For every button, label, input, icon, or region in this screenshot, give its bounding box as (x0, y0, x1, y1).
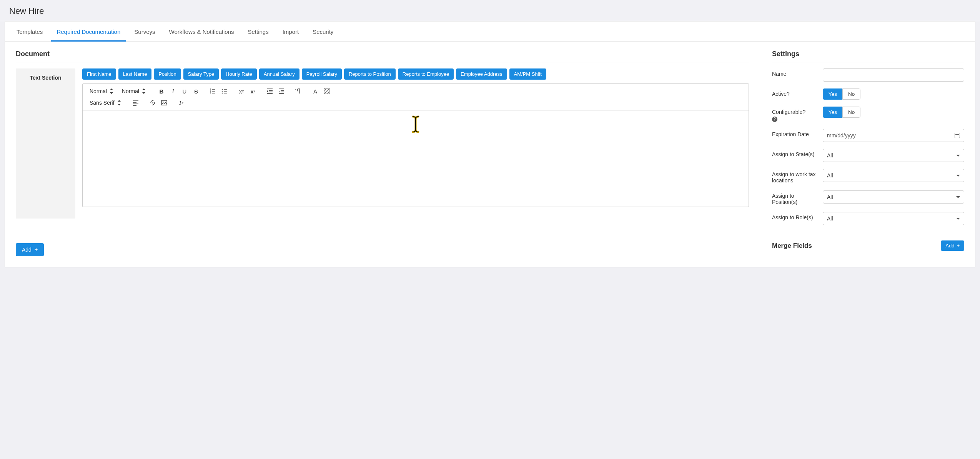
tab-import[interactable]: Import (277, 22, 304, 41)
add-section-button[interactable]: Add+ (16, 243, 44, 256)
text-color-icon[interactable]: A (310, 86, 320, 96)
tab-templates[interactable]: Templates (11, 22, 48, 41)
font-select[interactable]: Sans Serif (87, 98, 124, 107)
merge-fields-heading: Merge Fields (772, 242, 812, 250)
heading-select[interactable]: Normal (87, 87, 117, 96)
outdent-icon[interactable] (265, 86, 275, 96)
active-no-button[interactable]: No (842, 88, 860, 100)
text-cursor-icon (410, 115, 421, 134)
help-icon[interactable]: ? (772, 117, 777, 122)
active-yes-button[interactable]: Yes (823, 88, 842, 100)
active-label: Active? (772, 88, 818, 97)
bold-icon[interactable]: B (156, 86, 166, 96)
svg-point-3 (222, 89, 223, 90)
tab-settings[interactable]: Settings (242, 22, 274, 41)
image-icon[interactable] (159, 98, 169, 108)
chevron-down-icon (956, 175, 960, 177)
expiration-date-input[interactable]: mm/dd/yyyy (823, 129, 964, 142)
settings-heading: Settings (772, 46, 964, 62)
merge-token-salary-type[interactable]: Salary Type (183, 68, 219, 80)
add-merge-field-button[interactable]: Add+ (941, 240, 964, 251)
background-color-icon[interactable] (322, 86, 332, 96)
plus-icon: + (957, 243, 960, 249)
merge-token-hourly-rate[interactable]: Hourly Rate (221, 68, 257, 80)
text-section-card[interactable]: Text Section (16, 68, 75, 219)
italic-icon[interactable]: I (168, 86, 178, 96)
calendar-icon (955, 133, 960, 138)
align-icon[interactable] (131, 98, 141, 108)
indent-icon[interactable] (276, 86, 286, 96)
name-label: Name (772, 68, 818, 77)
strikethrough-icon[interactable]: S (191, 86, 201, 96)
document-heading: Document (16, 46, 749, 62)
svg-point-8 (162, 102, 163, 103)
tab-nav: Templates Required Documentation Surveys… (5, 22, 975, 42)
svg-point-5 (222, 93, 223, 94)
link-icon[interactable] (148, 98, 158, 108)
merge-token-first-name[interactable]: First Name (82, 68, 116, 80)
chevron-down-icon (956, 196, 960, 198)
merge-token-last-name[interactable]: Last Name (118, 68, 152, 80)
richtext-editor: Normal Normal B I U S 123 (82, 83, 749, 207)
merge-token-reports-to-position[interactable]: Reports to Position (344, 68, 396, 80)
subscript-icon[interactable]: x2 (236, 86, 246, 96)
merge-token-position[interactable]: Position (154, 68, 181, 80)
unordered-list-icon[interactable] (220, 86, 230, 96)
tab-workflows-notifications[interactable]: Workflows & Notifications (164, 22, 240, 41)
name-input[interactable] (823, 68, 964, 82)
configurable-no-button[interactable]: No (842, 107, 860, 118)
underline-icon[interactable]: U (180, 86, 190, 96)
plus-icon: + (35, 247, 38, 253)
work-tax-select[interactable]: All (823, 169, 964, 182)
clear-format-icon[interactable]: Tx (176, 98, 186, 108)
configurable-yes-button[interactable]: Yes (823, 107, 842, 118)
roles-select[interactable]: All (823, 212, 964, 225)
size-select[interactable]: Normal (119, 87, 150, 96)
merge-token-payroll-salary[interactable]: Payroll Salary (302, 68, 342, 80)
text-direction-icon[interactable] (293, 86, 303, 96)
positions-label: Assign to Position(s) (772, 190, 818, 205)
superscript-icon[interactable]: x2 (248, 86, 258, 96)
merge-token-annual-salary[interactable]: Annual Salary (259, 68, 299, 80)
merge-token-row: First Name Last Name Position Salary Typ… (82, 68, 749, 80)
tab-required-documentation[interactable]: Required Documentation (51, 22, 126, 42)
page-title: New Hire (0, 0, 980, 21)
editor-textarea[interactable] (83, 110, 749, 207)
chevron-down-icon (956, 218, 960, 220)
chevron-down-icon (956, 155, 960, 157)
roles-label: Assign to Role(s) (772, 212, 818, 220)
merge-token-am-pm-shift[interactable]: AM/PM Shift (509, 68, 546, 80)
editor-toolbar: Normal Normal B I U S 123 (83, 84, 749, 110)
svg-rect-6 (324, 88, 329, 94)
positions-select[interactable]: All (823, 190, 964, 204)
merge-token-reports-to-employee[interactable]: Reports to Employee (398, 68, 454, 80)
work-tax-label: Assign to work tax locations (772, 169, 818, 184)
tab-security[interactable]: Security (307, 22, 339, 41)
states-label: Assign to State(s) (772, 149, 818, 157)
ordered-list-icon[interactable]: 123 (208, 86, 218, 96)
expiration-label: Expiration Date (772, 129, 818, 137)
tab-surveys[interactable]: Surveys (129, 22, 160, 41)
svg-point-4 (222, 91, 223, 92)
states-select[interactable]: All (823, 149, 964, 162)
svg-text:3: 3 (210, 92, 211, 94)
merge-token-employee-address[interactable]: Employee Address (456, 68, 507, 80)
configurable-label: Configurable? ? (772, 107, 818, 122)
